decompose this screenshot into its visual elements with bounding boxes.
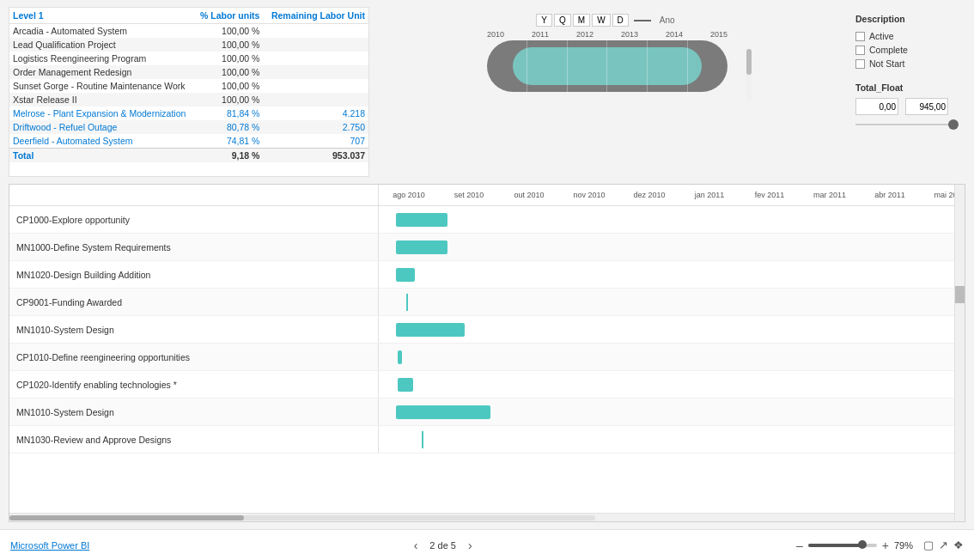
task-name-cell: MN1020-Design Building Addition <box>9 261 379 288</box>
month-header: ago 2010 <box>379 187 439 203</box>
task-name-cell: CP1010-Define reengineering opportunitie… <box>9 344 379 370</box>
cell-name: Deerfield - Automated System <box>9 134 193 149</box>
gantt-timeline-cell <box>379 371 965 398</box>
gantt-row: MN1000-Define System Requirements <box>9 234 965 261</box>
page-next-btn[interactable]: › <box>465 539 476 552</box>
zoom-minus-btn[interactable]: – <box>796 539 803 552</box>
month-header: set 2010 <box>439 187 499 203</box>
scrollbar-thumb <box>9 515 244 520</box>
page-prev-btn[interactable]: ‹ <box>411 539 422 552</box>
float-slider-handle <box>948 119 959 130</box>
gantt-bar <box>396 405 490 419</box>
gantt-timeline-cell <box>379 316 965 343</box>
gantt-timeline-cell <box>379 289 965 315</box>
cell-name: Total <box>9 149 193 163</box>
timeline-btn-q[interactable]: Q <box>554 14 571 27</box>
vertical-scrollbar-thumb <box>955 286 965 303</box>
table-row: Xstar Release II 100,00 % <box>9 93 368 107</box>
cell-remaining: 707 <box>263 134 368 149</box>
cell-name: Lead Qualification Project <box>9 38 193 52</box>
cell-remaining <box>263 38 368 52</box>
month-header: fev 2011 <box>740 187 800 203</box>
month-headers: ago 2010set 2010out 2010nov 2010dez 2010… <box>379 185 965 205</box>
power-bi-link[interactable]: Microsoft Power BI <box>10 540 89 551</box>
timeline-divider <box>634 20 651 21</box>
gantt-row: CP1000-Explore opportunity <box>9 206 965 234</box>
timeline-buttons: Y Q M W D Ano <box>536 14 678 27</box>
cell-labor: 100,00 % <box>193 65 264 79</box>
timeline-label: Ano <box>660 15 675 25</box>
gantt-timeline-cell <box>379 261 965 288</box>
legend-item-complete: Complete <box>855 45 955 55</box>
float-slider-track <box>855 124 959 125</box>
legend-checkbox-notstart[interactable] <box>855 59 865 69</box>
legend-item-notstart: Not Start <box>855 58 955 69</box>
zoom-slider-fill <box>808 544 862 547</box>
gantt-timeline-cell <box>379 234 965 260</box>
fit-screen-icon[interactable]: ▢ <box>923 539 934 551</box>
float-min-input[interactable] <box>855 98 898 115</box>
legend-checkbox-active[interactable] <box>855 32 865 41</box>
float-slider[interactable] <box>855 119 959 131</box>
table-row: Deerfield - Automated System 74,81 % 707 <box>9 134 368 149</box>
share-icon[interactable]: ↗ <box>939 539 948 551</box>
gantt-track <box>487 40 727 92</box>
horizontal-scrollbar[interactable] <box>9 513 965 521</box>
cell-labor: 81,84 % <box>193 107 264 120</box>
total-float-title: Total_Float <box>855 82 955 93</box>
gantt-row: MN1010-System Design <box>9 399 965 426</box>
overview-scrollbar[interactable] <box>746 49 752 100</box>
task-name-cell: MN1030-Review and Approve Designs <box>9 426 379 453</box>
scrollbar-track[interactable] <box>9 515 595 520</box>
top-section: Level 1 % Labor units Remaining Labor Un… <box>0 0 974 180</box>
float-max-input[interactable] <box>905 98 948 115</box>
month-header: out 2010 <box>499 187 559 203</box>
legend-title: Description <box>855 14 955 24</box>
timeline-btn-y[interactable]: Y <box>536 14 552 27</box>
gantt-milestone <box>406 294 408 311</box>
legend-checkbox-complete[interactable] <box>855 46 865 55</box>
vertical-scrollbar[interactable] <box>954 185 965 521</box>
gantt-timeline-cell <box>379 344 965 370</box>
gantt-timeline-cell <box>379 426 965 453</box>
legend-label-notstart: Not Start <box>869 58 904 69</box>
col-header-level: Level 1 <box>9 8 193 24</box>
gantt-timeline-cell <box>379 206 965 233</box>
cell-remaining <box>263 52 368 65</box>
cell-labor: 74,81 % <box>193 134 264 149</box>
year-label-2014: 2014 <box>666 30 683 39</box>
task-name-col-header <box>9 185 379 205</box>
timeline-btn-w[interactable]: W <box>592 14 610 27</box>
cell-labor: 100,00 % <box>193 93 264 107</box>
gantt-bar <box>396 323 465 337</box>
cell-labor: 9,18 % <box>193 149 264 163</box>
zoom-plus-btn[interactable]: + <box>882 539 889 552</box>
page-indicator: 2 de 5 <box>429 540 456 551</box>
zoom-slider-handle <box>858 540 867 549</box>
cell-name: Xstar Release II <box>9 93 193 107</box>
gantt-row: CP1010-Define reengineering opportunitie… <box>9 344 965 371</box>
table-row: Melrose - Plant Expansion & Modernizatio… <box>9 107 368 120</box>
timeline-btn-d[interactable]: D <box>612 14 629 27</box>
zoom-slider[interactable] <box>808 544 877 547</box>
task-name-cell: CP9001-Funding Awarded <box>9 289 379 315</box>
cell-name: Driftwood - Refuel Outage <box>9 120 193 134</box>
gantt-bar <box>396 268 415 282</box>
gantt-bar <box>398 350 402 364</box>
cell-labor: 100,00 % <box>193 52 264 65</box>
col-header-remaining: Remaining Labor Unit <box>263 8 368 24</box>
cell-remaining: 2.750 <box>263 120 368 134</box>
right-legend: Description Active Complete Not Start To… <box>845 7 965 177</box>
timeline-btn-m[interactable]: M <box>573 14 590 27</box>
bottom-gantt-container: ago 2010set 2010out 2010nov 2010dez 2010… <box>9 184 965 522</box>
middle-gantt-overview: Y Q M W D Ano 2010 2011 2012 2013 2014 2… <box>376 7 838 177</box>
task-name-cell: MN1010-System Design <box>9 316 379 343</box>
cell-remaining: 4.218 <box>263 107 368 120</box>
table-row: Order Management Redesign 100,00 % <box>9 65 368 79</box>
fullscreen-icon[interactable]: ❖ <box>953 539 964 551</box>
year-label-2015: 2015 <box>710 30 727 39</box>
month-header: mar 2011 <box>800 187 860 203</box>
table-row: Driftwood - Refuel Outage 80,78 % 2.750 <box>9 120 368 134</box>
cell-labor: 100,00 % <box>193 79 264 93</box>
legend-label-active: Active <box>869 31 894 41</box>
